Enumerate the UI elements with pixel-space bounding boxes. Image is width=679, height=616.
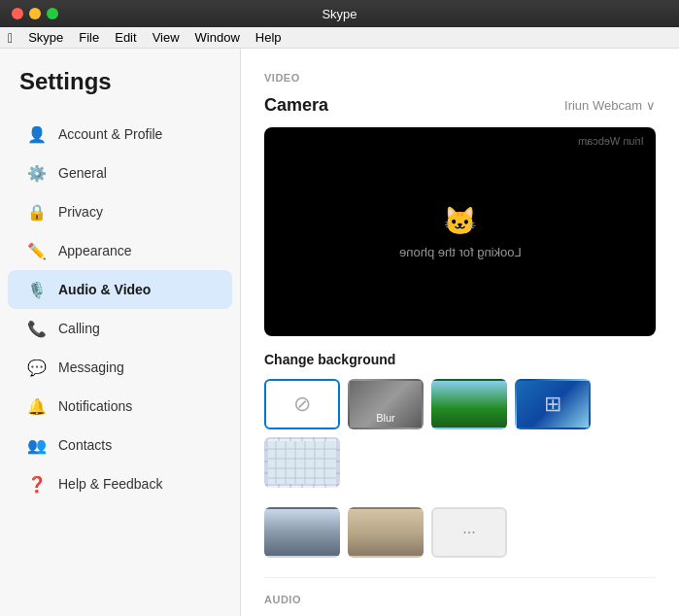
menu-edit[interactable]: Edit bbox=[115, 30, 136, 45]
calling-icon: 📞 bbox=[27, 319, 47, 338]
menu-window[interactable]: Window bbox=[195, 30, 240, 45]
bg-option-blue[interactable]: ⊞ bbox=[515, 379, 591, 429]
more-label: ··· bbox=[462, 524, 475, 541]
bg-option-mountains[interactable] bbox=[431, 379, 507, 429]
sidebar-item-general[interactable]: ⚙️ General bbox=[8, 154, 232, 192]
account-icon: 👤 bbox=[27, 124, 47, 144]
menu-apple[interactable]:  bbox=[8, 30, 13, 46]
sidebar-item-messaging[interactable]: 💬 Messaging bbox=[8, 348, 232, 387]
camera-dropdown-chevron: ∨ bbox=[646, 98, 656, 113]
bg-option-none[interactable]: ⊘ bbox=[264, 379, 340, 429]
cat-icon: 🐱 bbox=[443, 205, 477, 237]
camera-row: Camera Iriun Webcam ∨ bbox=[264, 95, 656, 116]
close-button[interactable] bbox=[12, 8, 23, 19]
messaging-icon: 💬 bbox=[27, 358, 47, 377]
titlebar-title: Skype bbox=[322, 7, 356, 21]
change-bg-label: Change background bbox=[264, 352, 656, 367]
menubar:  Skype File Edit View Window Help bbox=[0, 27, 679, 49]
blue-icon: ⊞ bbox=[544, 392, 561, 417]
sidebar-title: Settings bbox=[0, 68, 240, 115]
notifications-icon: 🔔 bbox=[27, 396, 47, 416]
main-content: VIDEO Camera Iriun Webcam ∨ Iriun Webcam… bbox=[241, 49, 679, 616]
sidebar-item-label-general: General bbox=[58, 165, 107, 181]
menu-view[interactable]: View bbox=[153, 30, 180, 45]
bg-option-more[interactable]: ··· bbox=[431, 507, 507, 558]
camera-device-label: Iriun Webcam bbox=[564, 98, 642, 113]
sidebar-item-notifications[interactable]: 🔔 Notifications bbox=[8, 387, 232, 426]
sidebar-item-privacy[interactable]: 🔒 Privacy bbox=[8, 192, 232, 231]
sidebar: Settings 👤 Account & Profile ⚙️ General … bbox=[0, 49, 241, 616]
blur-label: Blur bbox=[350, 412, 422, 424]
menu-help[interactable]: Help bbox=[255, 30, 282, 45]
audio-divider bbox=[264, 577, 656, 578]
general-icon: ⚙️ bbox=[27, 163, 47, 183]
video-center-text: Looking for the phone bbox=[399, 245, 522, 259]
camera-dropdown[interactable]: Iriun Webcam ∨ bbox=[564, 98, 656, 113]
sidebar-item-label-privacy: Privacy bbox=[58, 204, 103, 220]
app-body: Settings 👤 Account & Profile ⚙️ General … bbox=[0, 49, 679, 616]
bg-option-office[interactable] bbox=[264, 507, 340, 558]
sidebar-item-help-feedback[interactable]: ❓ Help & Feedback bbox=[8, 464, 232, 503]
sidebar-item-account[interactable]: 👤 Account & Profile bbox=[8, 115, 232, 154]
background-grid-row2: ··· bbox=[264, 507, 656, 558]
audio-section-label: AUDIO bbox=[264, 594, 656, 605]
sidebar-item-calling[interactable]: 📞 Calling bbox=[8, 309, 232, 348]
sidebar-item-label-messaging: Messaging bbox=[58, 359, 124, 375]
bg-option-blur[interactable]: Blur bbox=[348, 379, 424, 429]
help-icon: ❓ bbox=[27, 474, 47, 494]
camera-title: Camera bbox=[264, 95, 328, 116]
svg-rect-0 bbox=[268, 441, 336, 484]
menu-file[interactable]: File bbox=[79, 30, 99, 45]
sidebar-item-label-help-feedback: Help & Feedback bbox=[58, 476, 162, 492]
bg-option-pattern[interactable] bbox=[264, 437, 340, 488]
none-icon: ⊘ bbox=[293, 392, 311, 417]
sidebar-item-label-appearance: Appearance bbox=[58, 243, 132, 258]
video-center-content: 🐱 Looking for the phone bbox=[399, 205, 522, 259]
sidebar-item-label-contacts: Contacts bbox=[58, 437, 112, 453]
menu-skype[interactable]: Skype bbox=[28, 30, 63, 45]
sidebar-item-label-account: Account & Profile bbox=[58, 126, 162, 142]
privacy-icon: 🔒 bbox=[27, 202, 47, 222]
maximize-button[interactable] bbox=[47, 8, 58, 19]
appearance-icon: ✏️ bbox=[27, 241, 47, 260]
traffic-lights bbox=[12, 8, 58, 19]
video-section-label: VIDEO bbox=[264, 72, 656, 84]
background-grid: ⊘ Blur ⊞ bbox=[264, 379, 656, 488]
audio-video-icon: 🎙️ bbox=[27, 280, 47, 299]
sidebar-item-contacts[interactable]: 👥 Contacts bbox=[8, 426, 232, 464]
sidebar-item-label-audio-video: Audio & Video bbox=[58, 282, 151, 297]
sidebar-item-label-notifications: Notifications bbox=[58, 398, 132, 414]
video-preview: Iriun Webcam 🐱 Looking for the phone bbox=[264, 127, 656, 336]
video-watermark: Iriun Webcam bbox=[578, 135, 644, 147]
pattern-svg bbox=[266, 439, 338, 486]
titlebar: Skype bbox=[0, 0, 679, 27]
sidebar-item-label-calling: Calling bbox=[58, 321, 100, 336]
sidebar-item-appearance[interactable]: ✏️ Appearance bbox=[8, 231, 232, 270]
sidebar-item-audio-video[interactable]: 🎙️ Audio & Video bbox=[8, 270, 232, 309]
contacts-icon: 👥 bbox=[27, 435, 47, 455]
bg-option-room[interactable] bbox=[348, 507, 424, 558]
minimize-button[interactable] bbox=[29, 8, 41, 19]
